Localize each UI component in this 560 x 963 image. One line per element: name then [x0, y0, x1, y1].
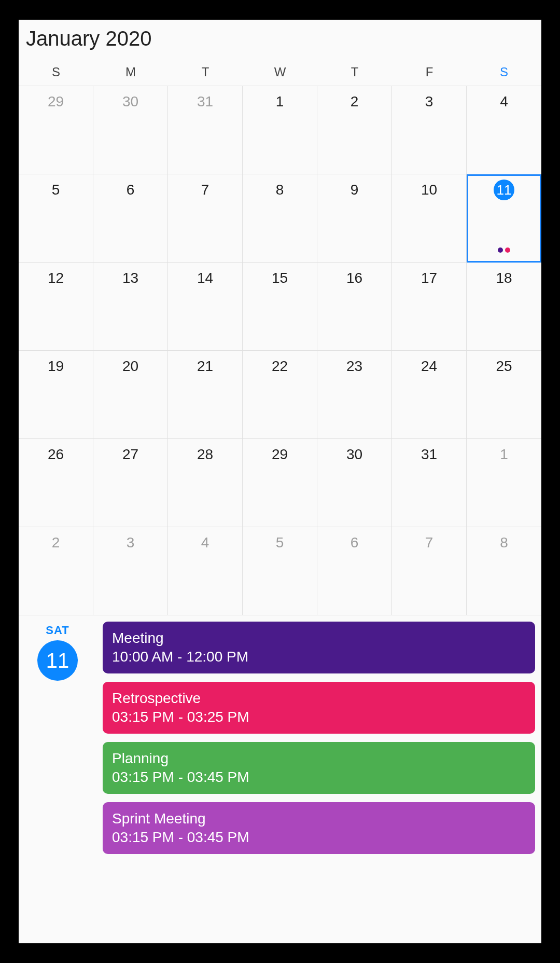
- day-cell[interactable]: 28: [168, 439, 243, 527]
- day-cell[interactable]: 6: [317, 527, 392, 615]
- day-cell[interactable]: 30: [93, 86, 168, 174]
- day-cell[interactable]: 16: [317, 263, 392, 351]
- day-number: 20: [122, 356, 138, 377]
- day-cell[interactable]: 25: [467, 351, 541, 439]
- day-number: 14: [197, 268, 213, 288]
- day-number: 29: [48, 91, 64, 112]
- day-cell[interactable]: 2: [317, 86, 392, 174]
- event-time: 03:15 PM - 03:25 PM: [112, 709, 526, 725]
- weekday-row: SMTWTFS: [19, 56, 541, 86]
- day-cell[interactable]: 31: [392, 439, 467, 527]
- day-number: 1: [500, 444, 508, 465]
- event-card[interactable]: Meeting10:00 AM - 12:00 PM: [103, 622, 535, 673]
- event-list: Meeting10:00 AM - 12:00 PMRetrospective0…: [103, 622, 535, 937]
- agenda-date: SAT 11: [19, 622, 96, 937]
- day-cell[interactable]: 22: [243, 351, 317, 439]
- month-title[interactable]: January 2020: [26, 27, 534, 50]
- day-number: 6: [127, 180, 135, 200]
- day-number: 21: [197, 356, 213, 377]
- day-cell[interactable]: 6: [93, 174, 168, 263]
- weekday-label: F: [392, 65, 467, 79]
- day-cell[interactable]: 1: [467, 439, 541, 527]
- event-card[interactable]: Planning03:15 PM - 03:45 PM: [103, 742, 535, 794]
- calendar-header: January 2020: [19, 20, 541, 56]
- day-number: 24: [421, 356, 437, 377]
- event-card[interactable]: Sprint Meeting03:15 PM - 03:45 PM: [103, 802, 535, 854]
- day-number: 19: [48, 356, 64, 377]
- day-cell[interactable]: 4: [467, 86, 541, 174]
- day-cell[interactable]: 5: [19, 174, 93, 263]
- day-cell[interactable]: 29: [243, 439, 317, 527]
- day-cell[interactable]: 13: [93, 263, 168, 351]
- event-title: Planning: [112, 750, 526, 767]
- day-cell[interactable]: 12: [19, 263, 93, 351]
- day-number: 7: [425, 532, 433, 553]
- weekday-label: S: [467, 65, 541, 79]
- day-cell[interactable]: 17: [392, 263, 467, 351]
- day-cell[interactable]: 9: [317, 174, 392, 263]
- day-number: 3: [425, 91, 433, 112]
- day-number: 9: [351, 180, 359, 200]
- calendar-app: January 2020 SMTWTFS 2930311234567891011…: [19, 20, 541, 943]
- day-cell[interactable]: 23: [317, 351, 392, 439]
- day-cell[interactable]: 3: [93, 527, 168, 615]
- day-number: 4: [201, 532, 209, 553]
- day-number: 27: [122, 444, 138, 465]
- event-dot: [498, 247, 503, 253]
- day-number: 13: [122, 268, 138, 288]
- day-number: 30: [346, 444, 362, 465]
- day-cell[interactable]: 1: [243, 86, 317, 174]
- day-cell[interactable]: 19: [19, 351, 93, 439]
- weekday-label: W: [243, 65, 317, 79]
- day-cell[interactable]: 11: [467, 174, 541, 263]
- day-number: 3: [127, 532, 135, 553]
- weekday-label: M: [93, 65, 168, 79]
- event-time: 03:15 PM - 03:45 PM: [112, 769, 526, 786]
- day-number: 16: [346, 268, 362, 288]
- day-cell[interactable]: 2: [19, 527, 93, 615]
- event-title: Sprint Meeting: [112, 810, 526, 827]
- day-number: 31: [197, 91, 213, 112]
- day-number: 7: [201, 180, 209, 200]
- day-cell[interactable]: 5: [243, 527, 317, 615]
- event-dots: [467, 247, 541, 253]
- day-cell[interactable]: 26: [19, 439, 93, 527]
- day-cell[interactable]: 29: [19, 86, 93, 174]
- day-number: 18: [496, 268, 512, 288]
- day-cell[interactable]: 8: [467, 527, 541, 615]
- event-card[interactable]: Retrospective03:15 PM - 03:25 PM: [103, 682, 535, 734]
- day-cell[interactable]: 18: [467, 263, 541, 351]
- day-cell[interactable]: 7: [392, 527, 467, 615]
- day-cell[interactable]: 24: [392, 351, 467, 439]
- day-cell[interactable]: 8: [243, 174, 317, 263]
- day-number: 17: [421, 268, 437, 288]
- event-dot: [505, 247, 510, 253]
- day-cell[interactable]: 10: [392, 174, 467, 263]
- day-number: 10: [421, 180, 437, 200]
- day-number: 8: [500, 532, 508, 553]
- day-number: 8: [276, 180, 284, 200]
- day-cell[interactable]: 27: [93, 439, 168, 527]
- day-cell[interactable]: 30: [317, 439, 392, 527]
- day-cell[interactable]: 4: [168, 527, 243, 615]
- day-cell[interactable]: 14: [168, 263, 243, 351]
- day-cell[interactable]: 21: [168, 351, 243, 439]
- day-cell[interactable]: 31: [168, 86, 243, 174]
- today-indicator: 11: [494, 180, 514, 200]
- day-number: 22: [272, 356, 288, 377]
- day-cell[interactable]: 15: [243, 263, 317, 351]
- day-number: 29: [272, 444, 288, 465]
- month-grid: 2930311234567891011121314151617181920212…: [19, 86, 541, 615]
- event-time: 10:00 AM - 12:00 PM: [112, 649, 526, 665]
- day-number: 2: [52, 532, 60, 553]
- day-number: 5: [276, 532, 284, 553]
- agenda-day-number: 11: [37, 640, 78, 681]
- day-number: 2: [351, 91, 359, 112]
- day-cell[interactable]: 20: [93, 351, 168, 439]
- day-number: 23: [346, 356, 362, 377]
- day-number: 6: [351, 532, 359, 553]
- day-cell[interactable]: 7: [168, 174, 243, 263]
- day-number: 28: [197, 444, 213, 465]
- weekday-label: S: [19, 65, 93, 79]
- day-cell[interactable]: 3: [392, 86, 467, 174]
